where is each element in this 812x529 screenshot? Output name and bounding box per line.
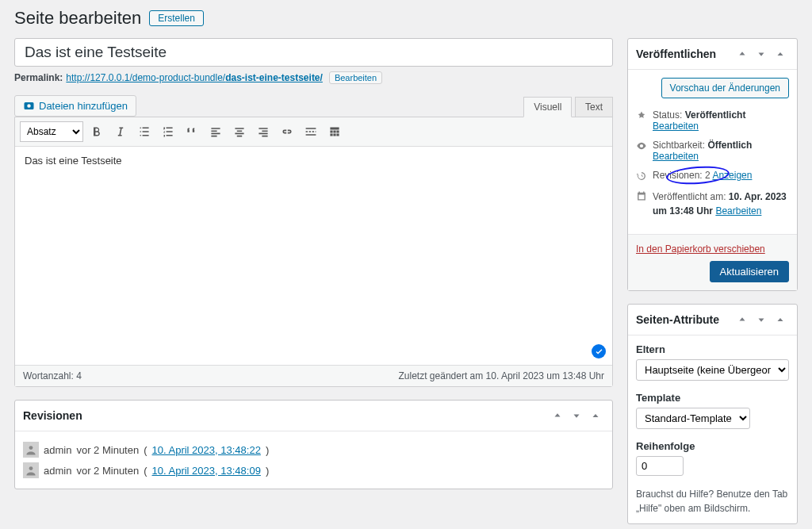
permalink-link[interactable]: http://127.0.0.1/demo-product-bundle/das… [66, 72, 323, 83]
move-down-button[interactable] [568, 407, 585, 424]
align-right-button[interactable] [253, 121, 274, 142]
calendar-icon [636, 190, 647, 201]
visibility-label: Sichtbarkeit: [653, 140, 705, 151]
wordcount-value: 4 [76, 370, 82, 381]
bold-button[interactable] [86, 121, 107, 142]
permalink-label: Permalink: [14, 72, 63, 83]
camera-icon [23, 100, 35, 112]
toolbar-toggle-button[interactable] [324, 121, 345, 142]
revisions-count: 2 [705, 170, 710, 181]
permalink-slug: das-ist-eine-testseite/ [225, 72, 323, 83]
list-item: admin vor 2 Minuten (10. April 2023, 13:… [23, 439, 604, 460]
wordcount-label: Wortanzahl: [23, 370, 74, 381]
chevron-up-icon [737, 48, 748, 59]
align-center-button[interactable] [229, 121, 250, 142]
chevron-down-icon [756, 48, 767, 59]
avatar-icon [23, 462, 39, 478]
link-button[interactable] [277, 121, 297, 142]
triangle-up-icon [775, 314, 786, 325]
chevron-down-icon [756, 314, 767, 325]
bullet-list-button[interactable] [134, 121, 155, 142]
order-input[interactable] [636, 456, 684, 476]
rev-author: admin [44, 444, 71, 456]
published-label: Veröffentlicht am: [653, 191, 726, 202]
rev-time-link[interactable]: 10. April 2023, 13:48:09 [152, 465, 261, 477]
create-button[interactable]: Erstellen [149, 10, 204, 26]
move-up-button[interactable] [733, 311, 751, 328]
italic-button[interactable] [110, 121, 131, 142]
rev-author: admin [44, 465, 71, 477]
numbered-list-button[interactable] [158, 121, 178, 142]
template-label: Template [636, 392, 789, 404]
add-media-button[interactable]: Dateien hinzufügen [14, 95, 136, 117]
parent-label: Eltern [636, 343, 789, 355]
move-up-button[interactable] [733, 45, 751, 63]
rev-time-link[interactable]: 10. April 2023, 13:48:22 [152, 444, 261, 456]
status-edit-link[interactable]: Bearbeiten [653, 121, 699, 132]
eye-icon [636, 140, 647, 151]
chevron-down-icon [571, 410, 582, 421]
revisions-show-link[interactable]: Anzeigen [712, 170, 752, 181]
move-up-button[interactable] [549, 407, 566, 424]
chevron-up-icon [552, 410, 563, 421]
list-item: admin vor 2 Minuten (10. April 2023, 13:… [23, 460, 604, 481]
publish-box-title: Veröffentlichen [636, 48, 716, 60]
visibility-edit-link[interactable]: Bearbeiten [653, 151, 699, 162]
pin-icon [636, 110, 647, 121]
order-label: Reihenfolge [636, 440, 789, 452]
avatar-icon [23, 442, 39, 458]
align-left-button[interactable] [205, 121, 226, 142]
editor-text: Das ist eine Testseite [25, 155, 122, 167]
format-select[interactable]: Absatz [20, 121, 83, 142]
attributes-help-text: Brauchst du Hilfe? Benutze den Tab „Hilf… [636, 487, 789, 516]
parent-select[interactable]: Hauptseite (keine Übergeordnete) [636, 359, 789, 381]
published-edit-link[interactable]: Bearbeiten [715, 205, 761, 217]
toggle-button[interactable] [772, 311, 789, 328]
toggle-button[interactable] [587, 407, 604, 424]
preview-changes-button[interactable]: Vorschau der Änderungen [661, 78, 789, 98]
tab-visual[interactable]: Visuell [523, 97, 572, 117]
triangle-up-icon [775, 48, 786, 59]
permalink-base: http://127.0.0.1/demo-product-bundle/ [66, 72, 225, 83]
toggle-button[interactable] [772, 45, 789, 63]
readmore-button[interactable] [301, 121, 321, 142]
tab-text[interactable]: Text [575, 97, 613, 117]
update-button[interactable]: Aktualisieren [710, 261, 789, 282]
quote-button[interactable] [182, 121, 202, 142]
rev-ago: vor 2 Minuten [76, 465, 139, 477]
last-modified-label: Zuletzt geändert am 10. April 2023 um 13… [399, 370, 604, 381]
status-value: Veröffentlicht [685, 109, 746, 121]
permalink-edit-button[interactable]: Bearbeiten [329, 71, 382, 84]
move-down-button[interactable] [753, 311, 770, 328]
save-indicator-icon [592, 344, 606, 358]
add-media-label: Dateien hinzufügen [39, 100, 128, 112]
post-title-input[interactable] [14, 38, 613, 67]
chevron-up-icon [737, 314, 748, 325]
template-select[interactable]: Standard-Template [636, 408, 750, 429]
svg-point-1 [29, 466, 33, 470]
status-label: Status: [653, 109, 682, 121]
revisions-box-title: Revisionen [23, 409, 82, 422]
move-down-button[interactable] [753, 45, 770, 63]
triangle-up-icon [590, 410, 601, 421]
attributes-box-title: Seiten-Attribute [636, 313, 719, 326]
trash-link[interactable]: In den Papierkorb verschieben [636, 243, 765, 255]
revisions-label: Revisionen: [653, 170, 703, 181]
history-icon [636, 171, 647, 182]
rev-ago: vor 2 Minuten [76, 444, 139, 456]
page-title: Seite bearbeiten [14, 8, 141, 29]
editor-content-area[interactable]: Das ist eine Testseite [15, 147, 612, 365]
visibility-value: Öffentlich [707, 140, 752, 151]
svg-point-0 [29, 446, 33, 450]
